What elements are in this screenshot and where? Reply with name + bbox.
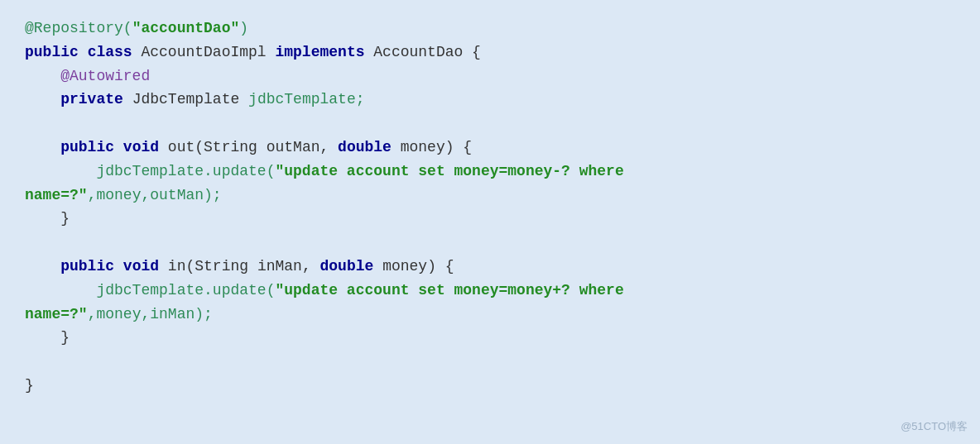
method-out: out(String outMan, <box>168 139 338 155</box>
args-out: ,money,outMan); <box>88 187 222 203</box>
code-line-16: } <box>25 374 955 398</box>
string-update-out: "update account set money=money-? where <box>275 163 623 179</box>
type-jdbctemplate: JdbcTemplate <box>132 91 248 107</box>
param-money-in: money) { <box>382 258 454 275</box>
classname-accountdaoimpl: AccountDaoImpl <box>141 44 275 60</box>
code-line-2: public class AccountDaoImpl implements A… <box>25 41 955 64</box>
keyword-class: class <box>88 44 142 60</box>
code-line-7: jdbcTemplate.update("update account set … <box>25 160 955 184</box>
indent-6 <box>25 139 60 155</box>
code-line-5 <box>25 112 955 136</box>
string-update-in: "update account set money=money+? where <box>275 282 623 298</box>
watermark: @51CTO博客 <box>901 418 968 436</box>
code-line-1: @Repository("accountDao") <box>25 17 955 41</box>
annotation-paren: ) <box>239 20 248 36</box>
code-line-3: @Autowired <box>25 64 955 88</box>
code-line-13: name=?",money,inMan); <box>25 303 955 327</box>
code-line-14: } <box>25 326 955 350</box>
close-brace-out: } <box>25 210 70 227</box>
keyword-double: double <box>338 139 401 155</box>
keyword-public: public <box>25 44 88 60</box>
code-line-6: public void out(String outMan, double mo… <box>25 136 955 160</box>
keyword-public-2: public <box>60 139 123 155</box>
code-line-9: } <box>25 207 955 231</box>
annotation-autowired: @Autowired <box>25 68 150 84</box>
close-brace-class: } <box>25 377 34 394</box>
keyword-private: private <box>60 91 132 107</box>
args-in: ,money,inMan); <box>88 306 213 322</box>
annotation-repository: @Repository( <box>25 20 132 36</box>
code-block: @Repository("accountDao") public class A… <box>25 17 955 398</box>
code-container: @Repository("accountDao") public class A… <box>0 0 980 444</box>
param-money-out: money) { <box>401 139 472 155</box>
keyword-void-2: void <box>123 258 168 275</box>
code-line-15 <box>25 350 955 374</box>
code-line-4: private JdbcTemplate jdbcTemplate; <box>25 88 955 112</box>
string-name-in: name=?" <box>25 306 88 322</box>
keyword-void: void <box>123 139 168 155</box>
method-call-out: jdbcTemplate.update( <box>25 163 275 179</box>
code-line-10 <box>25 231 955 255</box>
code-line-11: public void in(String inMan, double mone… <box>25 255 955 279</box>
method-call-in: jdbcTemplate.update( <box>25 282 275 298</box>
method-in: in(String inMan, <box>168 258 320 275</box>
close-brace-in: } <box>25 329 70 346</box>
code-line-12: jdbcTemplate.update("update account set … <box>25 279 955 303</box>
keyword-double-2: double <box>320 258 383 275</box>
classname-accountdao: AccountDao { <box>373 44 481 60</box>
string-name-out: name=?" <box>25 187 88 203</box>
code-line-8: name=?",money,outMan); <box>25 184 955 208</box>
indent-11 <box>25 258 60 275</box>
var-jdbctemplate: jdbcTemplate; <box>248 91 364 107</box>
keyword-implements: implements <box>275 44 373 60</box>
indent-4 <box>25 91 60 107</box>
string-accountdao: "accountDao" <box>132 20 240 36</box>
keyword-public-3: public <box>60 258 123 275</box>
